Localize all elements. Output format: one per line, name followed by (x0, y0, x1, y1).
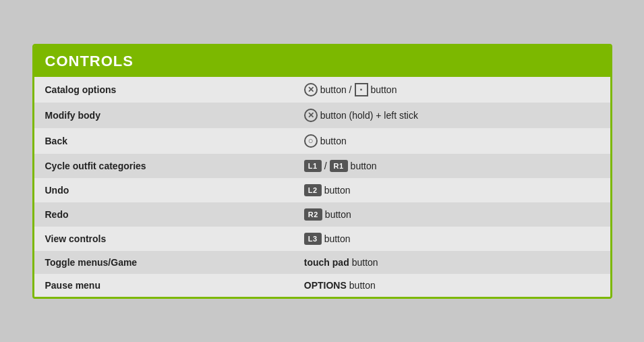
circle-button-icon: ○ (304, 134, 318, 148)
table-row: View controls L3 button (34, 227, 610, 251)
table-row: Pause menu OPTIONS button (34, 274, 610, 297)
r1-badge: R1 (330, 160, 348, 172)
row-label: Catalog options (34, 77, 293, 103)
control-text: button (325, 209, 351, 220)
control-text: button / (320, 84, 352, 95)
row-label: Toggle menus/Game (34, 251, 293, 274)
options-text: OPTIONS (304, 280, 347, 291)
control-text: button (352, 257, 378, 268)
row-label: Pause menu (34, 274, 293, 297)
control-text: button (324, 233, 351, 244)
touchpad-text: touch pad (304, 257, 349, 268)
x-button-icon: ✕ (304, 83, 318, 96)
r2-badge: R2 (304, 208, 322, 221)
table-row: Modify body ✕ button (hold) + left stick (34, 103, 610, 128)
row-control: ✕ button (hold) + left stick (293, 103, 610, 128)
control-text: button (hold) + left stick (320, 110, 418, 121)
controls-table: Catalog options ✕ button / ▪ button Modi… (34, 77, 610, 297)
controls-header: CONTROLS (34, 46, 610, 77)
table-row: Catalog options ✕ button / ▪ button (34, 77, 610, 103)
row-label: Redo (34, 202, 293, 227)
row-control: L2 button (293, 178, 610, 202)
l1-badge: L1 (304, 160, 322, 172)
control-text: button (349, 280, 376, 291)
row-label: Modify body (34, 103, 293, 128)
row-label: View controls (34, 227, 293, 251)
row-control: OPTIONS button (293, 274, 610, 297)
table-row: Undo L2 button (34, 178, 610, 202)
row-label: Cycle outfit categories (34, 154, 293, 178)
control-text: button (351, 161, 377, 171)
l2-badge: L2 (304, 184, 322, 196)
row-control: L3 button (293, 227, 610, 251)
controls-title: CONTROLS (45, 53, 599, 70)
row-control: L1 / R1 button (293, 154, 610, 178)
row-control: ✕ button / ▪ button (293, 77, 610, 103)
row-label: Undo (34, 178, 293, 202)
table-row: Redo R2 button (34, 202, 610, 227)
row-control: R2 button (293, 202, 610, 227)
row-label: Back (34, 128, 293, 154)
control-text: button (324, 185, 351, 196)
square-button-icon: ▪ (355, 83, 368, 96)
controls-panel: CONTROLS Catalog options ✕ button / ▪ bu… (32, 44, 612, 299)
table-row: Cycle outfit categories L1 / R1 button (34, 154, 610, 178)
row-control: ○ button (293, 128, 610, 154)
table-row: Back ○ button (34, 128, 610, 154)
table-row: Toggle menus/Game touch pad button (34, 251, 610, 274)
control-text: button (371, 84, 397, 95)
x-button-icon: ✕ (304, 109, 318, 122)
l3-badge: L3 (304, 233, 322, 245)
control-text: button (320, 136, 347, 146)
row-control: touch pad button (293, 251, 610, 274)
divider: / (324, 161, 327, 171)
